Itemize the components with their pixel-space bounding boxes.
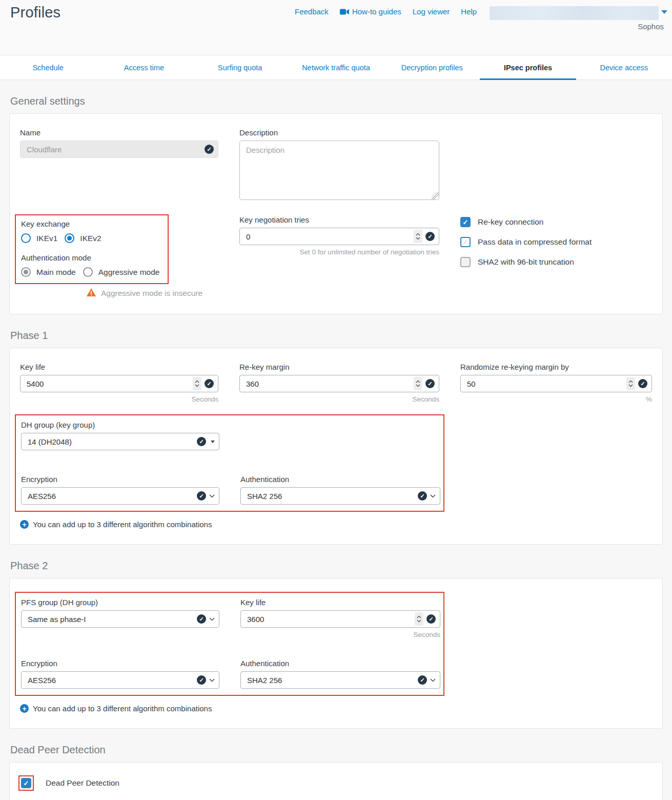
- tab-decryption-profiles[interactable]: Decryption profiles: [384, 55, 480, 79]
- dh-group-label: DH group (key group): [21, 421, 219, 429]
- help-link[interactable]: Help: [461, 7, 477, 16]
- stepper-icon[interactable]: [415, 612, 423, 626]
- phase1-heading: Phase 1: [10, 330, 672, 342]
- account-selector-redacted[interactable]: [490, 6, 659, 20]
- video-camera-icon: [340, 9, 349, 15]
- check-circle-icon: ✓: [205, 145, 214, 154]
- radio-aggressive-mode[interactable]: Aggressive mode: [83, 267, 160, 277]
- description-input[interactable]: [239, 141, 439, 200]
- header-links: Feedback How-to guides Log viewer Help: [295, 7, 477, 16]
- randomize-margin-label: Randomize re-keying margin by: [460, 363, 652, 371]
- phase1-encryption-select[interactable]: AES256 ✓: [21, 487, 219, 505]
- check-circle-icon: ✓: [425, 379, 435, 388]
- phase2-panel: PFS group (DH group) Same as phase-I ✓ K…: [9, 578, 663, 729]
- radio-icon: [21, 233, 31, 243]
- phase2-encryption-select[interactable]: AES256 ✓: [21, 671, 219, 689]
- page-header: Profiles Feedback How-to guides Log view…: [0, 0, 672, 55]
- key-negotiation-input[interactable]: 0 ✓: [239, 228, 439, 245]
- chevron-down-icon[interactable]: [661, 10, 667, 14]
- phase1-algorithms-annotation: DH group (key group) 14 (DH2048) ✓ Encry…: [15, 414, 444, 512]
- dh-group-select[interactable]: 14 (DH2048) ✓: [21, 433, 219, 450]
- phase2-encryption-label: Encryption: [21, 659, 219, 668]
- check-circle-icon: ✓: [197, 614, 206, 624]
- checkbox-icon: ✓: [460, 257, 471, 267]
- stepper-icon[interactable]: [414, 230, 422, 243]
- radio-selected-icon: [65, 233, 74, 243]
- page-title: Profiles: [10, 4, 60, 21]
- tab-network-traffic-quota[interactable]: Network traffic quota: [288, 55, 384, 79]
- general-settings-panel: Name Cloudflare ✓ Description Key exchan…: [9, 113, 663, 314]
- checkbox-checked-icon: ✓: [460, 217, 471, 227]
- dpd-heading: Dead Peer Detection: [10, 744, 672, 756]
- check-circle-icon: ✓: [425, 232, 435, 241]
- general-settings-heading: General settings: [10, 95, 672, 107]
- tab-device-access[interactable]: Device access: [576, 55, 672, 79]
- rekey-margin-input[interactable]: 360 ✓: [239, 375, 439, 392]
- tab-schedule[interactable]: Schedule: [0, 55, 96, 79]
- phase1-encryption-label: Encryption: [21, 475, 219, 484]
- chevron-down-icon: [430, 494, 436, 498]
- chevron-down-icon: [209, 494, 215, 498]
- phase2-key-life-input[interactable]: 3600 ✓: [240, 610, 440, 628]
- plus-circle-icon[interactable]: +: [20, 520, 29, 529]
- check-circle-icon: ✓: [197, 437, 206, 446]
- phase2-algorithms-annotation: PFS group (DH group) Same as phase-I ✓ K…: [15, 592, 444, 696]
- phase2-authentication-select[interactable]: SHA2 256 ✓: [240, 671, 440, 689]
- dropdown-triangle-icon: [211, 441, 215, 443]
- radio-main-mode[interactable]: Main mode: [21, 267, 76, 277]
- key-exchange-annotation: Key exchange IKEv1 IKEv2 Authentication …: [15, 214, 169, 284]
- checkbox-icon: ✓: [460, 237, 471, 247]
- check-circle-icon: ✓: [426, 614, 436, 624]
- radio-ikev1[interactable]: IKEv1: [21, 233, 57, 243]
- chevron-down-icon: [209, 617, 215, 621]
- seconds-hint: Seconds: [20, 395, 218, 403]
- check-circle-icon: ✓: [197, 491, 206, 501]
- auth-mode-label: Authentication mode: [21, 253, 162, 262]
- howto-guides-link[interactable]: How-to guides: [340, 7, 401, 16]
- chevron-down-icon: [430, 678, 436, 682]
- dpd-checkbox-annotation: ✓: [18, 775, 34, 791]
- warning-icon: [87, 288, 96, 298]
- chevron-down-icon: [209, 678, 215, 682]
- profiles-tab-bar: Schedule Access time Surfing quota Netwo…: [0, 55, 672, 80]
- plus-circle-icon[interactable]: +: [20, 704, 29, 713]
- phase1-panel: Key life 5400 ✓ Seconds Re-key margin 36…: [9, 348, 663, 545]
- stepper-icon[interactable]: [193, 377, 201, 390]
- tab-ipsec-profiles[interactable]: IPsec profiles: [480, 55, 576, 79]
- seconds-hint: Seconds: [240, 631, 440, 638]
- phase1-key-life-label: Key life: [20, 363, 218, 371]
- radio-disabled-icon: [83, 267, 93, 277]
- feedback-link[interactable]: Feedback: [295, 7, 329, 16]
- dpd-panel: ✓ Dead Peer Detection Check peer after e…: [9, 762, 663, 800]
- stepper-icon[interactable]: [626, 377, 635, 390]
- name-input[interactable]: Cloudflare ✓: [20, 141, 218, 158]
- stepper-icon[interactable]: [414, 377, 422, 390]
- radio-ikev2[interactable]: IKEv2: [65, 233, 101, 243]
- key-negotiation-label: Key negotiation tries: [239, 215, 439, 224]
- check-circle-icon: ✓: [418, 491, 427, 501]
- rekey-connection-checkbox[interactable]: ✓ Re-key connection: [460, 217, 652, 227]
- randomize-margin-input[interactable]: 50 ✓: [460, 375, 652, 392]
- phase1-add-note: + You can add up to 3 different algorith…: [20, 520, 652, 529]
- radio-selected-disabled-icon: [21, 267, 31, 277]
- sha2-truncation-checkbox[interactable]: ✓ SHA2 with 96-bit truncation: [460, 257, 652, 267]
- aggressive-mode-warning: Aggressive mode is insecure: [87, 288, 218, 298]
- log-viewer-link[interactable]: Log viewer: [413, 7, 450, 16]
- check-circle-icon: ✓: [638, 379, 647, 388]
- phase1-authentication-select[interactable]: SHA2 256 ✓: [240, 487, 440, 505]
- tab-surfing-quota[interactable]: Surfing quota: [192, 55, 288, 79]
- phase2-authentication-label: Authentication: [240, 659, 440, 668]
- check-circle-icon: ✓: [418, 675, 427, 685]
- description-label: Description: [239, 128, 439, 137]
- compressed-format-checkbox[interactable]: ✓ Pass data in compressed format: [460, 237, 652, 247]
- seconds-hint: Seconds: [239, 395, 439, 403]
- check-circle-icon: ✓: [197, 675, 206, 685]
- tab-access-time[interactable]: Access time: [96, 55, 192, 79]
- rekey-margin-label: Re-key margin: [239, 363, 439, 371]
- key-exchange-label: Key exchange: [21, 219, 162, 228]
- phase2-key-life-label: Key life: [240, 598, 440, 607]
- phase1-key-life-input[interactable]: 5400 ✓: [20, 375, 218, 392]
- pfs-group-select[interactable]: Same as phase-I ✓: [21, 610, 219, 628]
- dpd-checkbox-row[interactable]: ✓ Dead Peer Detection: [20, 777, 652, 789]
- check-circle-icon: ✓: [205, 379, 214, 388]
